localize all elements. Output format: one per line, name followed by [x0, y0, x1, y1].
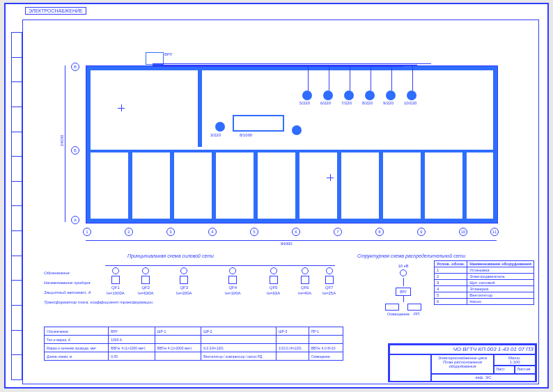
device-icon: [215, 122, 225, 132]
th: Услов. обозн.: [434, 261, 467, 267]
td: ВВГнг 4,0 8×10: [309, 344, 343, 352]
td: Насос: [467, 299, 534, 305]
td: ШР-3: [276, 327, 309, 336]
device-label: 9/220: [383, 101, 394, 105]
td: Вентилятор: [467, 292, 534, 299]
scale-value: 1:100: [509, 360, 520, 364]
scheme-node: QF3 Iн=200А: [176, 267, 192, 295]
td: Обозначение: [45, 327, 109, 336]
grid-number: 7: [334, 228, 342, 236]
td: Тип и марка, А: [45, 336, 109, 344]
row-label: Обозначение: [44, 271, 153, 275]
td: 3: [434, 280, 467, 286]
td: Электродвигатель: [467, 274, 534, 280]
node-value: Iн=40А: [298, 291, 311, 295]
equipment-table: Услов. обозн.Наименование оборудования 1…: [434, 260, 534, 305]
device-icon: [365, 91, 375, 100]
td: 6,0 2(4×120): [201, 344, 276, 352]
device-icon: [407, 91, 416, 100]
td: ВВГнг 4 (1×1000 мм²): [109, 344, 155, 352]
td: ШР-1: [155, 327, 201, 336]
device-icon: [344, 91, 354, 100]
device-label: 7/220: [341, 101, 352, 105]
scheme-node: QF6 Iн=40А: [298, 267, 311, 295]
td: Установка: [467, 267, 534, 274]
td: Этажерка: [467, 286, 534, 292]
td: 4: [434, 286, 467, 292]
scheme-node: QF4 Iн=100А: [225, 267, 241, 295]
struct-mid: ВРУ: [400, 290, 407, 294]
sheet-cell: Лист: [494, 366, 515, 374]
grid-number: 5: [250, 228, 258, 236]
struct-right: РП: [414, 312, 419, 316]
device-icon: [323, 91, 333, 100]
scheme-node: QF2 Iн=630А: [138, 267, 154, 295]
vru-label: ВРУ: [164, 52, 173, 56]
drawing-code: ЧО ВГТЧ КП.003 1-43 01 07 ПЗ: [389, 345, 536, 354]
scheme1-title: Принципиальная схема силовой сети: [127, 253, 214, 258]
node-value: Iн=25А: [322, 291, 336, 295]
struct-scheme: 10 кВ ВРУ Освещение РП: [385, 264, 421, 316]
grid-letter: В: [71, 63, 79, 71]
node-label: QF3: [180, 285, 188, 290]
device-label: 8/1000: [240, 133, 252, 137]
grid-number: 6: [292, 228, 300, 236]
scheme-node: QF1 Iн=1000А: [107, 267, 125, 295]
grid-number: 9: [417, 228, 426, 236]
title-block: ЧО ВГТЧ КП.003 1-43 01 07 ПЗ Электроснаб…: [388, 343, 537, 382]
scheme-node: QF7 Iн=25А: [322, 267, 336, 295]
node-value: Iн=1000А: [107, 291, 125, 295]
grid-number: 1: [83, 228, 91, 236]
td: 1000 А: [109, 336, 155, 344]
td: ПР-1: [309, 327, 343, 336]
transformer: [233, 115, 284, 132]
device-label: 5/220: [299, 101, 310, 105]
dim-width: 84000: [281, 242, 293, 246]
row-labels: Обозначение Наименование прибора Защитны…: [44, 271, 153, 304]
device-label: 3/220: [210, 133, 221, 137]
signatures-grid: [389, 354, 431, 382]
grid-letter: Б: [71, 146, 79, 155]
grid-number: 2: [125, 228, 133, 236]
td: 0,05: [109, 352, 155, 361]
struct-top: 10 кВ: [398, 264, 409, 268]
td: Щит силовой: [467, 280, 534, 286]
spec-table: Обозначение ВРУ ШР-1 ШР-2 ШР-3 ПР-1 Тип …: [44, 327, 343, 361]
grid-number: 3: [166, 228, 175, 236]
fold-ladder: [11, 32, 22, 380]
row-label: Трансформатор тока, коэффициент трансфор…: [44, 300, 153, 304]
td: ВРУ: [109, 327, 155, 336]
drawing-sheet: ЭЛЕКТРОСНАБЖЕНИЕ: [4, 3, 549, 389]
th: Наименование оборудования: [467, 261, 534, 267]
inner-frame: ВРУ 5/220 6/220 7/220 8/220 9/220 10/220…: [22, 19, 539, 384]
row-label: Наименование прибора: [44, 281, 153, 285]
td: ВВГнг 4 (1×2000 мм²): [155, 344, 201, 352]
node-label: QF4: [228, 285, 237, 290]
org-cell: каф. ЭС: [431, 374, 536, 382]
td: 1/10,0 (4×120): [276, 344, 309, 352]
node-value: Iн=200А: [176, 291, 192, 295]
sheets-cell: Листов: [515, 366, 536, 374]
device-label: 8/220: [362, 101, 373, 105]
td: Марка и сечение провода, мм²: [45, 344, 109, 352]
scheme-node: QF5 Iн=63А: [267, 267, 280, 295]
device-label: 6/220: [320, 101, 331, 105]
grid-number: 8: [375, 228, 384, 236]
td: 2: [434, 274, 467, 280]
td: ШР-2: [201, 327, 276, 336]
td: 5: [434, 292, 467, 299]
drawing-title: Электроснабжение цеха План расположения …: [431, 354, 494, 374]
floor-plan: ВРУ 5/220 6/220 7/220 8/220 9/220 10/220…: [86, 65, 498, 224]
dim-height: 24000: [60, 135, 64, 147]
grid-number: 11: [490, 228, 499, 236]
td: Освещение: [309, 352, 343, 361]
struct-bottom: Освещение: [387, 312, 410, 316]
device-icon: [302, 91, 312, 100]
device-label: 10/220: [404, 101, 416, 105]
grid-number: 4: [208, 228, 217, 236]
node-label: QF6: [301, 285, 309, 290]
td: Вентилятор / компрессор / насос РД: [201, 352, 276, 361]
row-label: Защитный автомат, А: [44, 290, 153, 295]
device-icon: [386, 91, 396, 100]
node-label: QF5: [270, 285, 278, 290]
